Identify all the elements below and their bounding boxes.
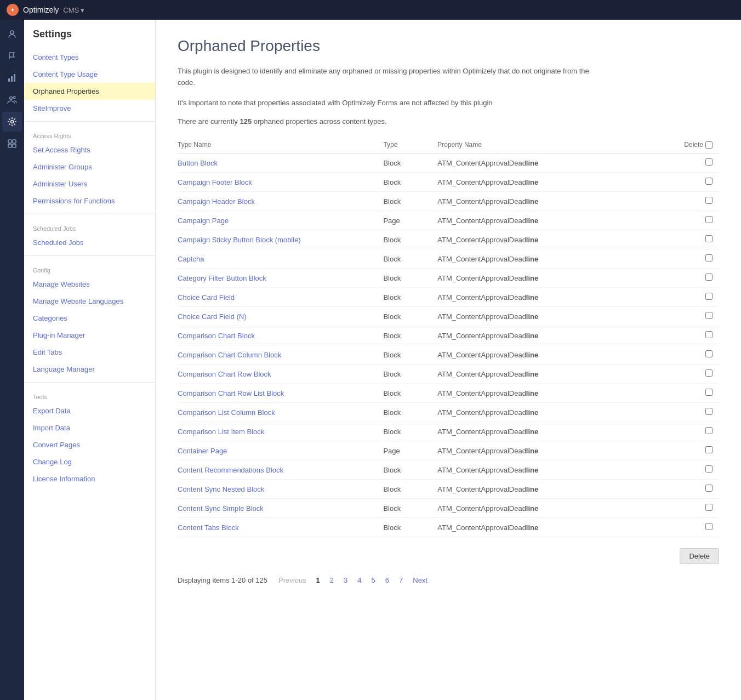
type-name-link[interactable]: Content Sync Nested Block <box>178 485 264 493</box>
sidebar-item-language-manager[interactable]: Language Manager <box>24 361 155 378</box>
type-name-link[interactable]: Campaign Sticky Button Block (mobile) <box>178 236 301 244</box>
row-delete-checkbox[interactable] <box>705 158 713 166</box>
sidebar-item-import-data[interactable]: Import Data <box>24 419 155 436</box>
row-delete-checkbox[interactable] <box>705 369 713 377</box>
type-name-link[interactable]: Captcha <box>178 255 204 263</box>
row-delete-checkbox[interactable] <box>705 293 713 300</box>
type-name-link[interactable]: Campaign Footer Block <box>178 178 252 186</box>
page-title: Orphaned Properties <box>178 37 719 55</box>
row-delete-checkbox[interactable] <box>705 216 713 223</box>
sidebar-icon-users[interactable] <box>2 90 22 110</box>
row-delete-checkbox-cell <box>676 441 719 460</box>
type-name-link[interactable]: Button Block <box>178 159 218 167</box>
row-delete-checkbox[interactable] <box>705 350 713 357</box>
table-row: Choice Card Field (N)BlockATM_ContentApp… <box>178 307 719 326</box>
table-row: CaptchaBlockATM_ContentApprovalDeadline <box>178 249 719 269</box>
pagination-page-5[interactable]: 5 <box>368 575 379 585</box>
table-row: Button BlockBlockATM_ContentApprovalDead… <box>178 153 719 173</box>
properties-table: Type Name Type Property Name Delete Butt… <box>178 136 719 537</box>
row-delete-checkbox[interactable] <box>705 254 713 261</box>
type-name-link[interactable]: Comparison List Item Block <box>178 428 264 436</box>
sidebar-icon-flag[interactable] <box>2 46 22 66</box>
table-row: Campaign Header BlockBlockATM_ContentApp… <box>178 192 719 211</box>
sidebar-item-administer-groups[interactable]: Administer Groups <box>24 158 155 175</box>
row-delete-checkbox[interactable] <box>705 331 713 338</box>
sidebar-item-set-access-rights[interactable]: Set Access Rights <box>24 141 155 158</box>
sidebar-item-manage-websites[interactable]: Manage Websites <box>24 276 155 293</box>
row-delete-checkbox[interactable] <box>705 178 713 185</box>
pagination-previous[interactable]: Previous <box>275 575 310 585</box>
type-name-link[interactable]: Content Sync Simple Block <box>178 504 264 513</box>
delete-button[interactable]: Delete <box>680 548 719 564</box>
row-delete-checkbox[interactable] <box>705 197 713 204</box>
main-content: Orphaned Properties This plugin is desig… <box>156 20 741 700</box>
sidebar-item-convert-pages[interactable]: Convert Pages <box>24 436 155 453</box>
sidebar-item-permissions[interactable]: Permissions for Functions <box>24 192 155 209</box>
type-cell: Block <box>383 403 437 422</box>
type-name-link[interactable]: Comparison Chart Column Block <box>178 351 281 359</box>
sidebar-item-export-data[interactable]: Export Data <box>24 402 155 419</box>
property-name-cell: ATM_ContentApprovalDeadline <box>437 460 676 480</box>
row-delete-checkbox-cell <box>676 211 719 230</box>
pagination-page-4[interactable]: 4 <box>354 575 364 585</box>
table-row: Campaign Footer BlockBlockATM_ContentApp… <box>178 173 719 192</box>
property-name-cell: ATM_ContentApprovalDeadline <box>437 192 676 211</box>
sidebar-item-categories[interactable]: Categories <box>24 310 155 327</box>
sidebar-item-plugin-manager[interactable]: Plug-in Manager <box>24 327 155 344</box>
type-name-link[interactable]: Comparison Chart Block <box>178 332 255 340</box>
type-name-link[interactable]: Choice Card Field (N) <box>178 312 247 321</box>
property-name-cell: ATM_ContentApprovalDeadline <box>437 441 676 460</box>
type-cell: Block <box>383 480 437 499</box>
row-delete-checkbox[interactable] <box>705 465 713 473</box>
type-name-link[interactable]: Campaign Page <box>178 217 229 225</box>
sidebar-icon-person[interactable] <box>2 24 22 44</box>
sidebar-item-manage-website-languages[interactable]: Manage Website Languages <box>24 293 155 310</box>
row-delete-checkbox[interactable] <box>705 504 713 511</box>
sidebar-item-edit-tabs[interactable]: Edit Tabs <box>24 344 155 361</box>
pagination-page-1[interactable]: 1 <box>313 575 323 585</box>
property-name-cell: ATM_ContentApprovalDeadline <box>437 345 676 365</box>
row-delete-checkbox[interactable] <box>705 446 713 453</box>
row-delete-checkbox[interactable] <box>705 389 713 396</box>
sidebar-item-siteimprove[interactable]: SiteImprove <box>24 100 155 117</box>
pagination-page-6[interactable]: 6 <box>382 575 392 585</box>
type-name-link[interactable]: Choice Card Field <box>178 293 235 301</box>
cms-menu[interactable]: CMS ▾ <box>63 6 84 14</box>
row-delete-checkbox[interactable] <box>705 427 713 434</box>
sidebar-item-scheduled-jobs[interactable]: Scheduled Jobs <box>24 234 155 251</box>
sidebar-icon-chart[interactable] <box>2 68 22 88</box>
col-header-type: Type <box>383 136 437 153</box>
sidebar-item-content-types[interactable]: Content Types <box>24 49 155 66</box>
row-delete-checkbox-cell <box>676 307 719 326</box>
type-name-link[interactable]: Comparison List Column Block <box>178 408 275 417</box>
pagination-page-7[interactable]: 7 <box>396 575 406 585</box>
pagination-next[interactable]: Next <box>409 575 431 585</box>
select-all-checkbox[interactable] <box>705 141 713 149</box>
row-delete-checkbox[interactable] <box>705 523 713 530</box>
svg-point-7 <box>11 121 14 123</box>
type-name-link[interactable]: Category Filter Button Block <box>178 274 266 282</box>
row-delete-checkbox[interactable] <box>705 274 713 281</box>
row-delete-checkbox-cell <box>676 480 719 499</box>
type-name-link[interactable]: Content Tabs Block <box>178 523 239 532</box>
pagination-page-3[interactable]: 3 <box>340 575 351 585</box>
row-delete-checkbox[interactable] <box>705 485 713 492</box>
sidebar-icon-puzzle[interactable] <box>2 134 22 153</box>
sidebar-item-administer-users[interactable]: Administer Users <box>24 175 155 192</box>
type-name-link[interactable]: Content Recommendations Block <box>178 466 283 474</box>
type-name-link[interactable]: Comparison Chart Row List Block <box>178 389 284 397</box>
sidebar-item-change-log[interactable]: Change Log <box>24 453 155 470</box>
table-row: Container PagePageATM_ContentApprovalDea… <box>178 441 719 460</box>
sidebar-item-content-type-usage[interactable]: Content Type Usage <box>24 66 155 83</box>
row-delete-checkbox[interactable] <box>705 312 713 319</box>
type-name-link[interactable]: Container Page <box>178 447 227 455</box>
row-delete-checkbox[interactable] <box>705 235 713 242</box>
pagination-page-2[interactable]: 2 <box>327 575 337 585</box>
row-delete-checkbox[interactable] <box>705 408 713 415</box>
sidebar-item-orphaned-properties[interactable]: Orphaned Properties <box>24 83 155 100</box>
row-delete-checkbox-cell <box>676 192 719 211</box>
type-name-link[interactable]: Campaign Header Block <box>178 197 255 206</box>
sidebar-icon-gear[interactable] <box>2 112 22 132</box>
sidebar-item-license-information[interactable]: License Information <box>24 470 155 487</box>
type-name-link[interactable]: Comparison Chart Row Block <box>178 370 271 378</box>
